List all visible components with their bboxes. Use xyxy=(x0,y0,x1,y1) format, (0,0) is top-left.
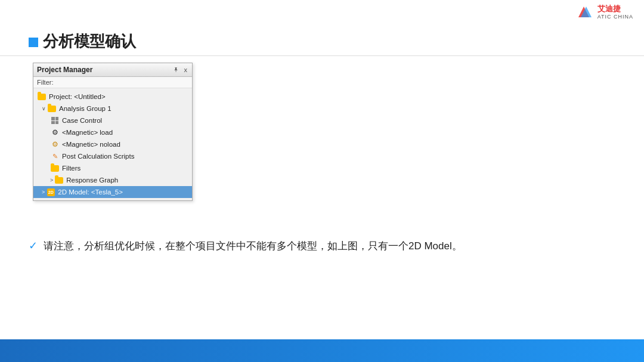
gear-icon-load: ⚙ xyxy=(50,128,60,137)
tree-label-analysis-group: Analysis Group 1 xyxy=(59,105,112,112)
tree-item-analysis-group[interactable]: ∨ Analysis Group 1 xyxy=(33,103,192,115)
tree-label-2d-model: 2D Model: <Tesla_5> xyxy=(58,188,123,196)
tree-label-project: Project: <Untitled> xyxy=(49,93,106,100)
page-title-area: 分析模型确认 xyxy=(29,31,136,52)
tree-item-post-calc[interactable]: ✎ Post Calculation Scripts xyxy=(33,150,192,162)
tree-item-case-control[interactable]: Case Control xyxy=(33,115,192,126)
tree-label-magnetic-load: <Magnetic> load xyxy=(62,129,113,136)
folder-icon xyxy=(37,92,47,101)
pm-pin-button[interactable]: 🖈 xyxy=(172,66,181,73)
project-manager-window: Project Manager 🖈 x Filter: Project: <Un… xyxy=(33,63,193,201)
tree-label-post-calc: Post Calculation Scripts xyxy=(62,153,134,160)
folder-icon-response xyxy=(54,175,64,185)
expand-arrow-model: > xyxy=(42,189,45,195)
pm-tree: Project: <Untitled> ∨ Analysis Group 1 C… xyxy=(33,88,192,200)
pm-controls: 🖈 x xyxy=(172,66,189,73)
tree-item-project[interactable]: Project: <Untitled> xyxy=(33,91,192,103)
title-divider xyxy=(0,55,644,56)
logo-subname: ATIC CHINA xyxy=(597,14,633,20)
pm-titlebar: Project Manager 🖈 x xyxy=(33,63,192,77)
tree-item-magnetic-load[interactable]: ⚙ <Magnetic> load xyxy=(33,126,192,138)
logo-name: 艾迪捷 xyxy=(597,4,633,14)
pm-filter-label: Filter: xyxy=(33,77,192,88)
note-text: 请注意，分析组优化时候，在整个项目文件中不能有多个模型，如上图，只有一个2D M… xyxy=(44,239,462,254)
pm-close-button[interactable]: x xyxy=(183,66,189,73)
checkmark-icon: ✓ xyxy=(29,239,38,253)
folder-icon-filters xyxy=(50,163,60,173)
tree-label-response-graph: Response Graph xyxy=(66,177,118,184)
logo-area: 艾迪捷 ATIC CHINA xyxy=(537,0,644,24)
expand-arrow-response: > xyxy=(50,177,53,183)
grid-icon xyxy=(50,116,60,125)
pm-title: Project Manager xyxy=(37,66,92,74)
tree-label-magnetic-noload: <Magnetic> noload xyxy=(62,141,120,148)
note-section: ✓ 请注意，分析组优化时候，在整个项目文件中不能有多个模型，如上图，只有一个2D… xyxy=(29,239,615,254)
model-icon: 2D xyxy=(46,187,55,197)
expand-arrow-analysis: ∨ xyxy=(42,106,46,112)
title-checkbox-icon xyxy=(29,38,38,47)
tree-item-2d-model[interactable]: > 2D 2D Model: <Tesla_5> xyxy=(33,186,192,198)
gear-icon-noload: ⚙ xyxy=(50,140,60,149)
tree-label-case-control: Case Control xyxy=(62,117,102,124)
tree-item-response-graph[interactable]: > Response Graph xyxy=(33,174,192,186)
logo-icon xyxy=(575,3,593,21)
tree-item-magnetic-noload[interactable]: ⚙ <Magnetic> noload xyxy=(33,138,192,150)
tree-label-filters: Filters xyxy=(62,165,80,172)
page-title: 分析模型确认 xyxy=(43,31,136,52)
logo-text-block: 艾迪捷 ATIC CHINA xyxy=(597,4,633,20)
script-icon: ✎ xyxy=(50,151,60,161)
tree-item-filters[interactable]: Filters xyxy=(33,162,192,174)
folder-icon-analysis xyxy=(47,104,57,113)
bottom-bar xyxy=(0,339,644,362)
